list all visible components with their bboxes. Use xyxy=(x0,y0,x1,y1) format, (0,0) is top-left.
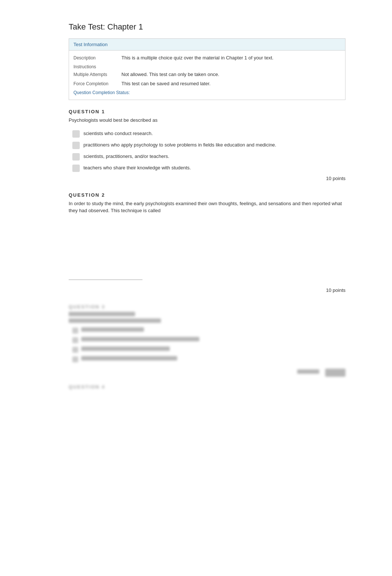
multiple-attempts-row: Multiple Attempts Not allowed. This test… xyxy=(73,72,341,77)
question-completion-status[interactable]: Question Completion Status: xyxy=(73,90,341,95)
answer-text-1b: practitioners who apply psychology to so… xyxy=(83,141,276,149)
test-info-section: Test Information Description This is a m… xyxy=(69,38,345,100)
blurred-answer-row-b xyxy=(72,337,345,344)
answer-text-1d: teachers who share their knowledge with … xyxy=(83,164,191,172)
blurred-footer xyxy=(69,369,345,377)
blurred-questions-section: QUESTION 3 xyxy=(69,304,345,390)
blurred-question-4-label: QUESTION 4 xyxy=(69,384,345,390)
blurred-text-line-1 xyxy=(69,312,135,316)
question-2-label: QUESTION 2 xyxy=(69,192,345,198)
blurred-answer-text-d xyxy=(81,356,177,361)
force-completion-value: This test can be saved and resumed later… xyxy=(121,81,341,86)
multiple-attempts-value: Not allowed. This test can only be taken… xyxy=(121,72,341,77)
question-1-block: QUESTION 1 Psychologists would best be d… xyxy=(69,109,345,181)
blurred-question-3-label: QUESTION 3 xyxy=(69,304,345,310)
blurred-save-button xyxy=(325,369,345,377)
answer-text-1a: scientists who conduct research. xyxy=(83,130,153,137)
force-completion-row: Force Completion This test can be saved … xyxy=(73,81,341,86)
description-value: This is a multiple choice quiz over the … xyxy=(121,55,341,61)
blurred-points xyxy=(297,369,319,374)
test-info-header: Test Information xyxy=(69,39,345,51)
blurred-answers xyxy=(72,327,345,363)
blurred-bubble-b xyxy=(72,337,78,343)
question-2-block: QUESTION 2 In order to study the mind, t… xyxy=(69,192,345,293)
answer-bubble-1c xyxy=(72,153,80,161)
question-2-points: 10 points xyxy=(69,287,345,293)
multiple-attempts-label: Multiple Attempts xyxy=(73,72,121,77)
answer-text-1c: scientists, practitioners, and/or teache… xyxy=(83,153,169,160)
answer-option-1a[interactable]: scientists who conduct research. xyxy=(72,130,345,138)
essay-answer-area xyxy=(69,220,345,272)
question-1-points: 10 points xyxy=(69,176,345,181)
answer-option-1c[interactable]: scientists, practitioners, and/or teache… xyxy=(72,153,345,161)
blurred-question-3-text xyxy=(69,312,345,323)
blurred-answer-row-d xyxy=(72,356,345,363)
blurred-text-line-2 xyxy=(69,318,161,323)
blurred-answer-text-b xyxy=(81,337,199,341)
question-1-label: QUESTION 1 xyxy=(69,109,345,114)
answer-option-1b[interactable]: practitioners who apply psychology to so… xyxy=(72,141,345,149)
question-1-answers: scientists who conduct research. practit… xyxy=(72,130,345,172)
blurred-bubble-d xyxy=(72,356,78,362)
essay-answer-line xyxy=(69,279,142,280)
blurred-answer-text-a xyxy=(81,327,144,332)
blurred-bubble-c xyxy=(72,347,78,353)
answer-bubble-1a xyxy=(72,130,80,138)
page-container: Take Test: Chapter 1 Test Information De… xyxy=(39,0,353,421)
blurred-answer-row-a xyxy=(72,327,345,334)
blurred-answer-row-c xyxy=(72,346,345,353)
question-2-text: In order to study the mind, the early ps… xyxy=(69,200,345,214)
blurred-bubble-a xyxy=(72,328,78,334)
question-1-text: Psychologists would best be described as xyxy=(69,117,345,124)
description-label: Description xyxy=(73,55,121,61)
answer-bubble-1d xyxy=(72,165,80,172)
instructions-label: Instructions xyxy=(73,64,341,69)
answer-option-1d[interactable]: teachers who share their knowledge with … xyxy=(72,164,345,172)
test-info-body: Description This is a multiple choice qu… xyxy=(69,51,345,100)
force-completion-label: Force Completion xyxy=(73,81,121,86)
page-title: Take Test: Chapter 1 xyxy=(69,22,345,32)
answer-bubble-1b xyxy=(72,142,80,149)
blurred-answer-text-c xyxy=(81,346,170,351)
description-row: Description This is a multiple choice qu… xyxy=(73,55,341,61)
